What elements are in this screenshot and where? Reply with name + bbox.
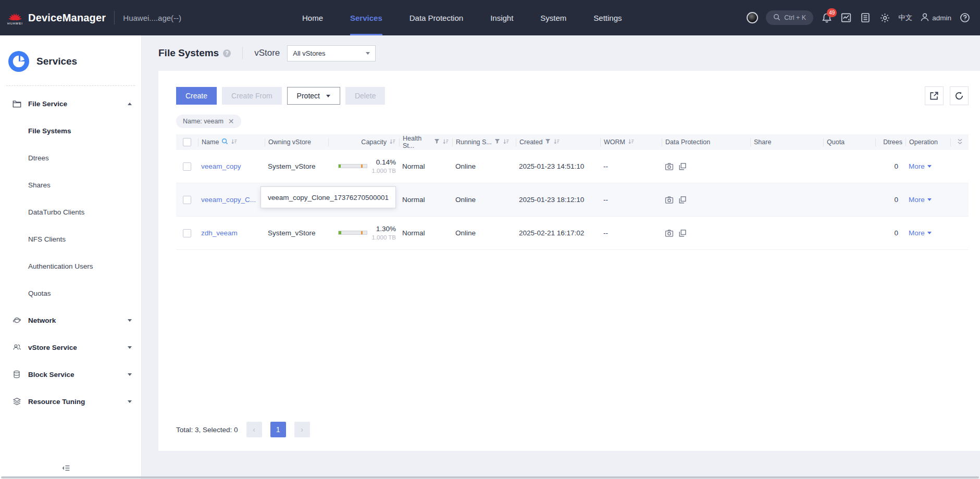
sidebar-item-quotas[interactable]: Quotas xyxy=(0,280,141,307)
sidebar-item-file-systems[interactable]: File Systems xyxy=(0,117,141,144)
user-menu[interactable]: admin xyxy=(920,12,951,23)
vstore-selected-value: All vStores xyxy=(293,49,325,57)
running-status-value: Online xyxy=(452,196,516,204)
worm-value: -- xyxy=(600,196,662,204)
vstore-label: vStore xyxy=(254,48,280,58)
database-icon xyxy=(13,370,21,379)
divider xyxy=(114,11,115,24)
health-status-value: Normal xyxy=(399,162,452,170)
sidebar-item-authentication-users[interactable]: Authentication Users xyxy=(0,253,141,280)
column-settings-icon[interactable] xyxy=(957,138,963,146)
col-capacity: Capacity xyxy=(361,138,387,146)
settings-gear-button[interactable] xyxy=(879,12,890,23)
sort-icon[interactable] xyxy=(553,138,560,146)
row-checkbox[interactable] xyxy=(183,196,191,204)
nav-system[interactable]: System xyxy=(540,0,566,35)
notifications-button[interactable]: 49 xyxy=(821,12,833,23)
col-worm: WORM xyxy=(604,138,625,146)
filesystem-name-link[interactable]: veeam_copy xyxy=(201,162,241,170)
col-running-status: Running S... xyxy=(456,138,492,146)
page-help-icon[interactable]: ? xyxy=(223,49,231,57)
snapshot-icon[interactable] xyxy=(665,162,674,171)
more-button[interactable]: More xyxy=(909,229,932,237)
table-row: zdh_veeam System_vStore 1.30%1.000 TB No… xyxy=(176,217,969,250)
create-button[interactable]: Create xyxy=(176,87,217,105)
filter-icon[interactable] xyxy=(434,138,440,146)
more-button[interactable]: More xyxy=(909,162,932,170)
sidebar-item-nfs-clients[interactable]: NFS Clients xyxy=(0,225,141,253)
clone-icon[interactable] xyxy=(678,196,687,204)
snapshot-icon[interactable] xyxy=(665,196,674,204)
sidebar: Services File Service File Systems Dtree… xyxy=(0,35,142,479)
network-icon xyxy=(13,316,21,324)
page-number-button[interactable]: 1 xyxy=(270,422,286,437)
filesystem-name-link[interactable]: zdh_veeam xyxy=(201,229,238,237)
search-shortcut: Ctrl + K xyxy=(784,14,806,21)
sort-icon[interactable] xyxy=(389,138,396,146)
sidebar-item-vstore-service[interactable]: vStore Service xyxy=(0,334,141,361)
protect-button[interactable]: Protect xyxy=(287,87,340,105)
row-checkbox[interactable] xyxy=(183,162,191,171)
sort-icon[interactable] xyxy=(442,138,449,146)
delete-button[interactable]: Delete xyxy=(345,87,385,105)
prev-page-button[interactable]: ‹ xyxy=(246,422,262,437)
nav-services[interactable]: Services xyxy=(350,0,382,35)
username: admin xyxy=(932,14,951,22)
sidebar-item-dtrees[interactable]: Dtrees xyxy=(0,144,141,171)
capacity-cell: 0.14%1.000 TB xyxy=(331,158,396,174)
capacity-sphere-icon[interactable] xyxy=(747,12,758,23)
sort-icon[interactable] xyxy=(231,138,238,146)
filter-icon[interactable] xyxy=(545,138,551,146)
chevron-up-icon xyxy=(128,103,132,105)
create-from-button[interactable]: Create From xyxy=(222,87,282,105)
clone-icon[interactable] xyxy=(678,162,687,171)
sidebar-item-network[interactable]: Network xyxy=(0,307,141,334)
running-status-value: Online xyxy=(452,229,516,237)
filter-tag-close-icon[interactable]: ✕ xyxy=(228,117,234,125)
sidebar-item-shares[interactable]: Shares xyxy=(0,171,141,198)
users-icon xyxy=(13,343,21,351)
select-all-checkbox[interactable] xyxy=(183,138,191,146)
col-share: Share xyxy=(754,138,771,146)
user-icon xyxy=(920,12,929,23)
nav-home[interactable]: Home xyxy=(302,0,323,35)
created-value: 2025-02-21 16:17:02 xyxy=(516,229,600,237)
layers-icon xyxy=(13,397,21,406)
sidebar-item-file-service[interactable]: File Service xyxy=(0,90,141,117)
sidebar-item-block-service[interactable]: Block Service xyxy=(0,361,141,388)
help-button[interactable] xyxy=(959,12,971,23)
sort-icon[interactable] xyxy=(628,138,635,146)
nav-settings[interactable]: Settings xyxy=(593,0,622,35)
vstore-select[interactable]: All vStores xyxy=(287,45,376,61)
export-button[interactable] xyxy=(925,86,944,105)
more-button[interactable]: More xyxy=(909,196,932,204)
sidebar-item-resource-tuning[interactable]: Resource Tuning xyxy=(0,388,141,415)
sidebar-item-dataturbo-clients[interactable]: DataTurbo Clients xyxy=(0,198,141,225)
topbar: HUAWEI DeviceManager Huawei....age(--) H… xyxy=(0,0,980,35)
next-page-button[interactable]: › xyxy=(294,422,310,437)
app-title: DeviceManager xyxy=(28,12,106,24)
created-value: 2025-01-23 14:51:10 xyxy=(516,162,600,170)
row-checkbox[interactable] xyxy=(183,229,191,237)
col-dtrees: Dtrees xyxy=(883,138,902,146)
language-switch[interactable]: 中文 xyxy=(898,13,912,22)
refresh-button[interactable] xyxy=(950,86,969,105)
column-search-icon[interactable] xyxy=(221,138,228,146)
clone-icon[interactable] xyxy=(678,229,687,237)
performance-alert-button[interactable] xyxy=(840,12,852,23)
huawei-wordmark: HUAWEI xyxy=(7,22,23,25)
col-quota: Quota xyxy=(827,138,845,146)
logs-button[interactable] xyxy=(860,12,871,23)
running-status-value: Online xyxy=(452,162,516,170)
folder-icon xyxy=(13,100,21,108)
filesystem-name-link[interactable]: veeam_copy_C... xyxy=(201,196,256,204)
sidebar-collapse-button[interactable] xyxy=(61,464,70,474)
sort-icon[interactable] xyxy=(503,138,510,146)
nav-insight[interactable]: Insight xyxy=(490,0,513,35)
nav-data-protection[interactable]: Data Protection xyxy=(410,0,463,35)
filter-icon[interactable] xyxy=(494,138,500,146)
horizontal-scrollbar[interactable] xyxy=(1,476,979,478)
divider xyxy=(6,85,135,86)
snapshot-icon[interactable] xyxy=(665,229,674,237)
global-search[interactable]: Ctrl + K xyxy=(766,10,813,25)
